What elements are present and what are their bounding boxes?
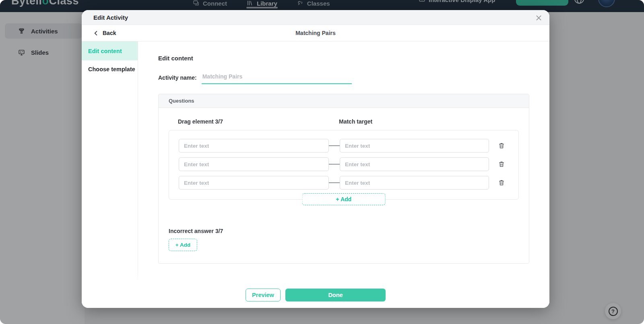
page-title: Matching Pairs	[82, 30, 549, 36]
trash-icon	[498, 179, 505, 186]
edit-content-heading: Edit content	[158, 55, 529, 62]
incorrect-answer-label: Incorrect answer 3/7	[169, 228, 519, 234]
drag-element-column-label: Drag element 3/7	[178, 118, 339, 125]
modal-tab-rail: Edit content Choose template	[82, 41, 138, 308]
pair-connector-line	[329, 164, 340, 165]
close-button[interactable]	[533, 12, 545, 24]
delete-row-button[interactable]	[497, 159, 506, 169]
add-pair-button[interactable]: + Add	[302, 193, 386, 205]
done-button[interactable]: Done	[285, 289, 386, 301]
pair-row	[179, 139, 509, 153]
questions-body: Drag element 3/7 Match target	[159, 108, 529, 263]
trash-icon	[498, 161, 505, 168]
trash-icon	[498, 142, 505, 149]
modal-titlebar: Edit Activity	[82, 10, 549, 25]
match-target-input[interactable]	[340, 139, 489, 153]
drag-element-input[interactable]	[179, 157, 329, 171]
tab-edit-content[interactable]: Edit content	[82, 41, 138, 60]
pair-row	[179, 157, 509, 171]
modal-content: Edit content Activity name: Questions Dr…	[138, 41, 549, 308]
delete-row-button[interactable]	[497, 178, 506, 188]
modal-title: Edit Activity	[93, 14, 128, 21]
activity-name-input[interactable]	[202, 72, 352, 84]
app-window: Bytello Class Connect Library Classes In…	[0, 0, 644, 324]
edit-activity-modal: Edit Activity Back Matching Pairs Edit c…	[82, 10, 549, 308]
match-target-input[interactable]	[340, 157, 489, 171]
modal-footer: Preview Done	[82, 282, 549, 308]
questions-section-header: Questions	[159, 94, 529, 108]
pair-row	[179, 176, 509, 190]
tab-choose-template[interactable]: Choose template	[82, 60, 138, 78]
pair-connector-line	[329, 182, 340, 183]
pair-connector-line	[329, 145, 340, 146]
add-incorrect-answer-button[interactable]: + Add	[169, 239, 197, 251]
delete-row-button[interactable]	[497, 141, 506, 151]
questions-card: Questions Drag element 3/7 Match target	[158, 94, 529, 264]
activity-name-row: Activity name:	[158, 72, 529, 84]
preview-button[interactable]: Preview	[246, 289, 281, 301]
modal-subheader: Back Matching Pairs	[82, 25, 549, 41]
drag-element-input[interactable]	[179, 139, 329, 153]
close-icon	[536, 15, 542, 21]
column-headers: Drag element 3/7 Match target	[169, 118, 519, 125]
pairs-panel: + Add	[169, 130, 519, 200]
activity-name-label: Activity name:	[158, 74, 197, 84]
match-target-input[interactable]	[340, 176, 489, 190]
drag-element-input[interactable]	[179, 176, 329, 190]
modal-body: Edit content Choose template Edit conten…	[82, 41, 549, 308]
match-target-column-label: Match target	[339, 118, 372, 125]
